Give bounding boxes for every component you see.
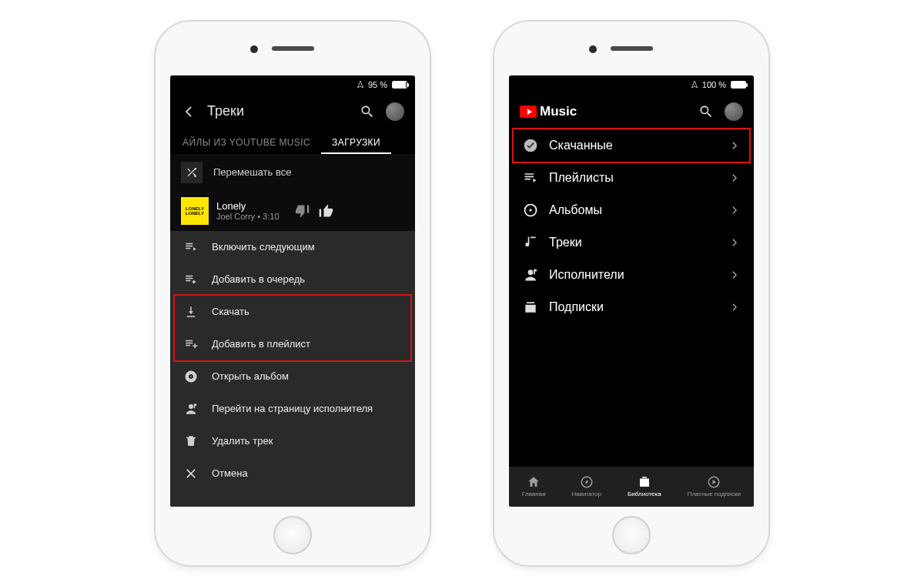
note-icon (523, 235, 538, 250)
library-item-playlist[interactable]: Плейлисты (509, 162, 754, 194)
play-badge-icon (520, 105, 537, 118)
avatar[interactable] (725, 102, 743, 121)
compass-icon (580, 475, 594, 489)
speaker-slot (272, 46, 314, 51)
chevron-right-icon (729, 205, 740, 216)
location-icon (690, 80, 699, 89)
track-title: Lonely (216, 200, 280, 212)
phone-earpiece-area (156, 22, 430, 75)
tab-downloads[interactable]: ЗАГРУЗКИ (321, 129, 391, 154)
artist-icon (184, 402, 198, 416)
sheet-item-queue-add[interactable]: Добавить в очередь (170, 263, 415, 296)
playlist-icon (523, 170, 538, 186)
sheet-item-label: Добавить в плейлист (212, 338, 310, 350)
chevron-right-icon (729, 140, 740, 151)
sheet-item-download[interactable]: Скачать (170, 296, 415, 328)
playlist-add-icon (184, 337, 198, 351)
shuffle-all-row[interactable]: Перемешать все (170, 154, 415, 191)
nav-paid[interactable]: Платные подписки (688, 475, 741, 497)
library-list: СкачанныеПлейлистыАльбомыТрекиИсполнител… (509, 129, 754, 467)
download-icon (184, 305, 198, 319)
logo-text: Music (540, 104, 577, 119)
sheet-item-trash[interactable]: Удалить трек (170, 425, 415, 457)
sheet-item-label: Скачать (212, 306, 249, 317)
sheet-item-label: Добавить в очередь (212, 273, 305, 285)
battery-icon (392, 81, 407, 89)
track-subtitle: Joel Corry • 3:10 (216, 212, 280, 221)
trash-icon (184, 434, 198, 448)
subs-icon (523, 300, 538, 315)
library-item-album-disc[interactable]: Альбомы (509, 194, 754, 226)
nav-label: Главная (522, 491, 545, 497)
close-icon (184, 467, 198, 481)
sheet-item-label: Удалить трек (212, 435, 273, 447)
front-camera (250, 45, 258, 53)
nav-label: Навигатор (572, 491, 601, 497)
page-title: Треки (207, 103, 244, 119)
location-icon (356, 80, 365, 89)
shuffle-icon (181, 162, 203, 183)
nav-library[interactable]: Библиотека (628, 475, 661, 497)
track-meta: Lonely Joel Corry • 3:10 (216, 200, 280, 221)
sheet-item-queue-next[interactable]: Включить следующим (170, 231, 415, 263)
chevron-right-icon (729, 302, 740, 313)
sheet-item-label: Открыть альбом (212, 370, 289, 382)
header: Music (509, 94, 754, 129)
thumb-down-icon[interactable] (295, 203, 310, 219)
home-button[interactable] (612, 516, 651, 554)
screen-right: 100 % Music СкачанныеПлейлистыАльбомыТре… (509, 75, 754, 507)
sheet-item-close[interactable]: Отмена (170, 457, 415, 490)
phone-mock-right: 100 % Music СкачанныеПлейлистыАльбомыТре… (493, 20, 770, 567)
track-row[interactable]: LONELY LONELY Lonely Joel Corry • 3:10 (170, 191, 415, 231)
tabs: АЙЛЫ ИЗ YOUTUBE MUSIC ЗАГРУЗКИ (170, 129, 415, 154)
phone-mock-left: 95 % Треки АЙЛЫ ИЗ YOUTUBE MUSIC ЗАГРУЗК… (154, 20, 431, 567)
phone-earpiece-area (494, 22, 768, 75)
library-item-artist[interactable]: Исполнители (509, 259, 754, 291)
status-bar: 100 % (509, 75, 754, 94)
sheet-item-label: Отмена (212, 467, 248, 479)
album-icon (184, 370, 198, 383)
chevron-right-icon (729, 237, 740, 248)
search-icon[interactable] (698, 104, 714, 119)
chevron-right-icon (729, 270, 740, 280)
library-item-label: Альбомы (549, 203, 602, 217)
library-item-downloaded[interactable]: Скачанные (509, 129, 754, 162)
back-icon[interactable] (181, 104, 196, 119)
front-camera (589, 45, 597, 53)
battery-text: 95 % (368, 80, 387, 89)
youtube-music-logo[interactable]: Music (520, 104, 577, 119)
sheet-item-label: Перейти на страницу исполнителя (212, 403, 373, 414)
track-art: LONELY LONELY (181, 197, 209, 225)
home-icon (527, 475, 541, 489)
library-item-note[interactable]: Треки (509, 226, 754, 259)
library-item-label: Скачанные (549, 139, 613, 152)
sheet-item-album[interactable]: Открыть альбом (170, 360, 415, 393)
library-item-subs[interactable]: Подписки (509, 291, 754, 323)
tab-youtube-music-files[interactable]: АЙЛЫ ИЗ YOUTUBE MUSIC (172, 129, 321, 154)
header: Треки (170, 94, 415, 129)
status-bar: 95 % (170, 75, 415, 94)
sheet-item-artist[interactable]: Перейти на страницу исполнителя (170, 393, 415, 425)
thumb-up-icon[interactable] (318, 203, 333, 219)
chevron-right-icon (729, 172, 740, 183)
artist-icon (523, 267, 538, 283)
nav-home[interactable]: Главная (522, 475, 545, 497)
sheet-item-playlist-add[interactable]: Добавить в плейлист (170, 328, 415, 360)
screen-left: 95 % Треки АЙЛЫ ИЗ YOUTUBE MUSIC ЗАГРУЗК… (170, 75, 415, 507)
nav-label: Платные подписки (688, 491, 741, 497)
speaker-slot (611, 46, 653, 51)
album-disc-icon (523, 203, 538, 218)
downloaded-icon (523, 138, 538, 153)
library-icon (638, 475, 651, 489)
shuffle-label: Перемешать все (213, 166, 291, 178)
library-item-label: Исполнители (549, 268, 624, 282)
queue-add-icon (184, 273, 198, 286)
library-item-label: Плейлисты (549, 171, 614, 185)
home-button[interactable] (273, 516, 312, 554)
battery-icon (731, 81, 746, 89)
avatar[interactable] (386, 102, 404, 121)
search-icon[interactable] (360, 104, 375, 119)
bottom-nav: ГлавнаяНавигаторБиблиотекаПлатные подпис… (509, 467, 754, 507)
library-item-label: Подписки (549, 300, 604, 314)
nav-compass[interactable]: Навигатор (572, 475, 601, 497)
